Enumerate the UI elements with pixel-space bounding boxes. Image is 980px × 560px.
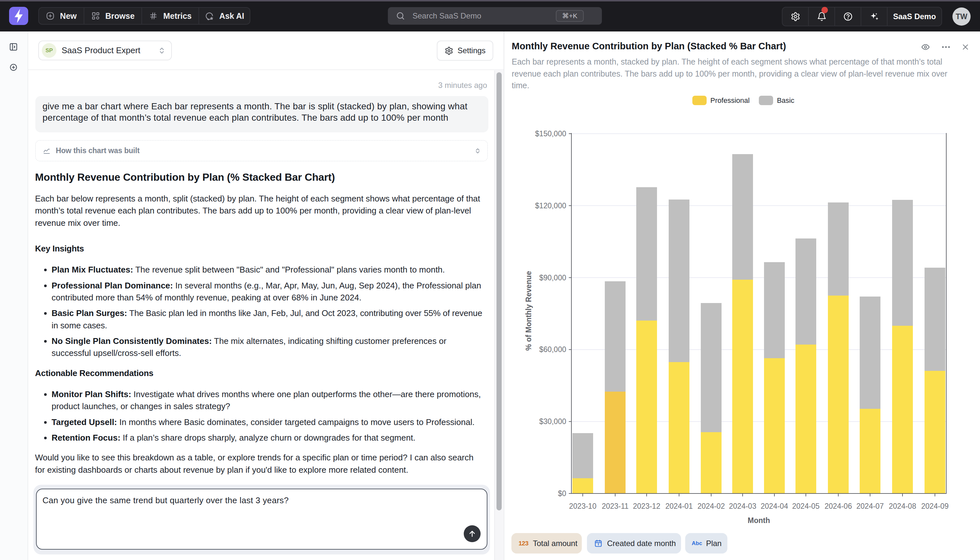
svg-text:$90,000: $90,000	[539, 273, 566, 282]
svg-text:2024-02: 2024-02	[698, 502, 725, 510]
svg-text:$150,000: $150,000	[535, 130, 566, 138]
svg-text:2023-10: 2023-10	[569, 502, 596, 510]
svg-text:$60,000: $60,000	[539, 345, 566, 353]
svg-text:2023-11: 2023-11	[602, 502, 629, 510]
svg-text:2024-06: 2024-06	[825, 502, 852, 510]
svg-text:2024-04: 2024-04	[761, 502, 788, 510]
svg-text:2024-05: 2024-05	[792, 502, 819, 510]
svg-text:2024-09: 2024-09	[921, 502, 948, 510]
svg-text:2024-01: 2024-01	[666, 502, 693, 510]
svg-text:2024-07: 2024-07	[857, 502, 884, 510]
svg-text:$120,000: $120,000	[535, 202, 566, 210]
svg-text:% of Monthly Revenue: % of Monthly Revenue	[524, 271, 533, 350]
svg-text:2024-03: 2024-03	[729, 502, 756, 510]
svg-text:$30,000: $30,000	[539, 417, 566, 426]
svg-text:2023-12: 2023-12	[633, 502, 660, 510]
svg-text:$0: $0	[558, 489, 566, 498]
svg-text:Month: Month	[748, 516, 770, 525]
svg-text:2024-08: 2024-08	[889, 502, 916, 510]
